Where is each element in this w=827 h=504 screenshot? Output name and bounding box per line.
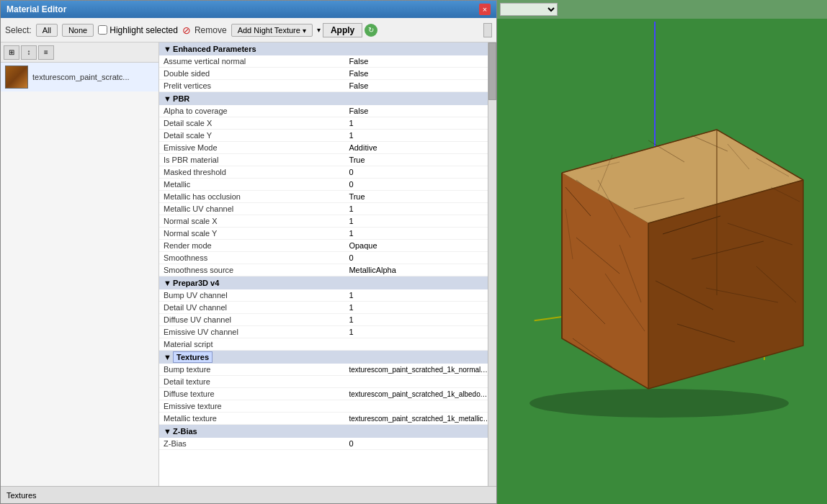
- material-thumbnail: [5, 66, 28, 89]
- prop-name: Normal scale X: [159, 215, 344, 228]
- ml-sort-icon-button[interactable]: ↕: [21, 45, 37, 60]
- prop-value[interactable]: texturescom_paint_scratched_1k_albedo.dd…: [344, 388, 496, 400]
- add-night-texture-label: Add Night Texture: [238, 26, 300, 35]
- prop-name: Is PBR material: [159, 154, 344, 166]
- prop-name: Diffuse UV channel: [159, 314, 344, 326]
- cube-svg: [504, 58, 814, 432]
- window-title: Material Editor: [6, 4, 66, 14]
- material-item[interactable]: texturescom_paint_scratc...: [1, 63, 158, 91]
- prop-value[interactable]: 1: [344, 117, 496, 130]
- prop-name: Smoothness: [159, 252, 344, 264]
- prop-value[interactable]: 1: [344, 215, 496, 228]
- prop-value[interactable]: 1: [344, 314, 496, 326]
- prop-name: Bump UV channel: [159, 289, 344, 302]
- table-row: Alpha to coverage False: [159, 105, 496, 117]
- prop-value[interactable]: False: [344, 105, 496, 117]
- highlight-selected-text: Highlight selected: [109, 25, 178, 35]
- section-prepar3d-label: Prepar3D v4: [173, 279, 219, 287]
- prop-value[interactable]: 1: [344, 302, 496, 314]
- table-row: Detail UV channel 1: [159, 302, 496, 314]
- prop-value[interactable]: 0: [344, 179, 496, 191]
- highlight-selected-label[interactable]: Highlight selected: [98, 25, 178, 35]
- prop-value[interactable]: 1: [344, 203, 496, 215]
- collapse-arrow-icon: ▼: [164, 353, 171, 361]
- table-row: Smoothness 0: [159, 252, 496, 264]
- apply-button[interactable]: Apply: [323, 23, 362, 37]
- viewport-dropdown[interactable]: [500, 3, 558, 16]
- remove-button[interactable]: ⊘ Remove: [182, 24, 227, 36]
- prop-name: Assume vertical normal: [159, 55, 344, 68]
- table-row: Smoothness source MetallicAlpha: [159, 264, 496, 276]
- apply-section: ▾ Apply ↻: [317, 23, 377, 37]
- table-row: Masked threshold 0: [159, 166, 496, 179]
- title-bar: Material Editor ×: [1, 1, 496, 18]
- close-button[interactable]: ×: [479, 4, 491, 15]
- prop-value[interactable]: 1: [344, 326, 496, 338]
- section-prepar3d[interactable]: ▼ Prepar3D v4: [159, 276, 496, 290]
- highlight-selected-checkbox[interactable]: [98, 25, 107, 35]
- ml-grid-icon-button[interactable]: ⊞: [4, 45, 19, 60]
- collapse-arrow-icon: ▼: [164, 45, 171, 53]
- section-pbr-label: PBR: [173, 94, 189, 103]
- table-row: Assume vertical normal False: [159, 55, 496, 68]
- prop-value[interactable]: True: [344, 154, 496, 166]
- table-row: Metallic 0: [159, 179, 496, 191]
- prop-value[interactable]: False: [344, 55, 496, 68]
- prop-value[interactable]: 1: [344, 228, 496, 240]
- refresh-icon[interactable]: ↻: [365, 24, 377, 37]
- material-list-panel: ⊞ ↕ ≡ texturescom_paint_scratc...: [1, 42, 159, 486]
- prop-value[interactable]: 0: [344, 166, 496, 179]
- vertical-scrollbar[interactable]: [488, 42, 496, 486]
- scrollbar-thumb[interactable]: [488, 42, 496, 100]
- section-zbias[interactable]: ▼ Z-Bias: [159, 425, 496, 438]
- table-row: Normal scale Y 1: [159, 228, 496, 240]
- section-pbr[interactable]: ▼ PBR: [159, 92, 496, 106]
- table-row: Metallic texture texturescom_paint_scrat…: [159, 413, 496, 425]
- prop-name: Prelit vertices: [159, 80, 344, 92]
- prop-value[interactable]: [344, 338, 496, 351]
- prop-value[interactable]: 0: [344, 252, 496, 264]
- prop-name: Z-Bias: [159, 438, 344, 450]
- viewport-top-bar: [497, 0, 827, 19]
- prop-name: Detail scale X: [159, 117, 344, 130]
- table-row: Detail scale X 1: [159, 117, 496, 130]
- none-button[interactable]: None: [62, 24, 94, 37]
- table-row: Emissive Mode Additive: [159, 142, 496, 154]
- properties-table: ▼ Enhanced Parameters Assume vertical no…: [159, 42, 496, 450]
- prop-value[interactable]: [344, 400, 496, 413]
- ml-list-icon-button[interactable]: ≡: [38, 45, 54, 60]
- prop-value[interactable]: 1: [344, 289, 496, 302]
- collapse-arrow-icon: ▼: [164, 94, 171, 103]
- section-enhanced-parameters[interactable]: ▼ Enhanced Parameters: [159, 42, 496, 55]
- prop-name: Render mode: [159, 240, 344, 252]
- table-row: Double sided False: [159, 68, 496, 80]
- remove-icon: ⊘: [182, 24, 191, 36]
- section-textures[interactable]: ▼ Textures: [159, 351, 496, 364]
- prop-value[interactable]: 0: [344, 438, 496, 450]
- section-enhanced-parameters-label: Enhanced Parameters: [173, 45, 256, 53]
- prop-value[interactable]: Opaque: [344, 240, 496, 252]
- table-row: Bump texture texturescom_paint_scratched…: [159, 364, 496, 376]
- prop-name: Emissive texture: [159, 400, 344, 413]
- section-textures-label: Textures: [173, 351, 213, 363]
- table-row: Render mode Opaque: [159, 240, 496, 252]
- prop-value[interactable]: MetallicAlpha: [344, 264, 496, 276]
- prop-value[interactable]: False: [344, 80, 496, 92]
- add-night-texture-button[interactable]: Add Night Texture ▾: [231, 24, 313, 37]
- table-row: Material script: [159, 338, 496, 351]
- all-button[interactable]: All: [36, 24, 58, 37]
- prop-name: Detail scale Y: [159, 130, 344, 142]
- prop-value[interactable]: texturescom_paint_scratched_1k_normal.dd…: [344, 364, 496, 376]
- toolbar: Select: All None Highlight selected ⊘ Re…: [1, 18, 496, 42]
- prop-value[interactable]: [344, 376, 496, 388]
- panel-toggle-button[interactable]: [483, 23, 492, 37]
- prop-name: Material script: [159, 338, 344, 351]
- remove-label: Remove: [195, 25, 227, 35]
- 3d-viewport: [497, 0, 827, 504]
- prop-value[interactable]: 1: [344, 130, 496, 142]
- prop-value[interactable]: texturescom_paint_scratched_1k_metallic_…: [344, 413, 496, 425]
- prop-value[interactable]: False: [344, 68, 496, 80]
- prop-value[interactable]: Additive: [344, 142, 496, 154]
- prop-name: Bump texture: [159, 364, 344, 376]
- prop-value[interactable]: True: [344, 191, 496, 203]
